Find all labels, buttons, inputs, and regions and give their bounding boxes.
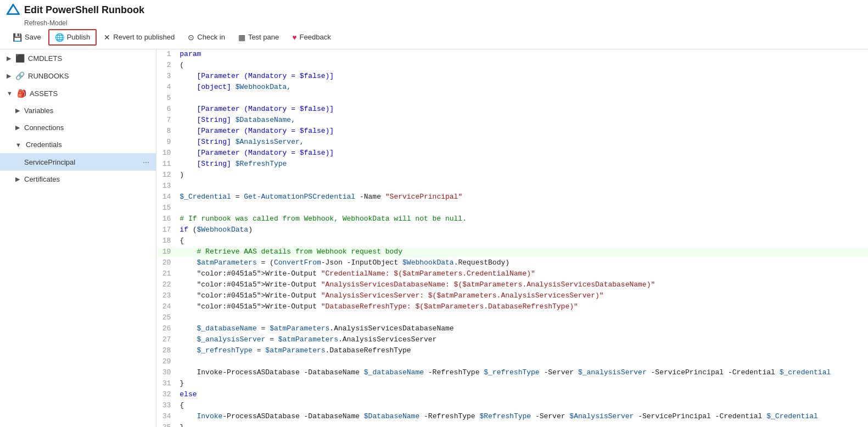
code-line-25: 25 <box>156 313 868 324</box>
line-number: 12 <box>156 170 180 181</box>
publish-icon: 🌐 <box>55 33 64 42</box>
line-number: 5 <box>156 93 180 104</box>
publish-label: Publish <box>67 33 91 41</box>
line-code: "color:#0451a5">Write-Output "AnalysisSe… <box>180 280 868 291</box>
checkin-icon: ⊙ <box>188 33 194 42</box>
code-line-13: 13 <box>156 181 868 192</box>
line-code: "color:#0451a5">Write-Output "AnalysisSe… <box>180 291 868 302</box>
main-layout: ▶ ⬛ CMDLETS ▶ 🔗 RUNBOOKS ▼ 🎒 ASSETS ▶ Va… <box>0 49 868 427</box>
feedback-button[interactable]: ♥ Feedback <box>286 30 337 45</box>
line-code: $_refreshType = $atmParameters.DatabaseR… <box>180 346 868 357</box>
sidebar-item-variables[interactable]: ▶ Variables <box>0 102 156 119</box>
code-line-14: 14 $_Credential = Get-AutomationPSCreden… <box>156 192 868 203</box>
line-number: 27 <box>156 335 180 346</box>
save-label: Save <box>25 33 41 41</box>
line-number: 35 <box>156 423 180 427</box>
revert-label: Revert to published <box>113 33 175 41</box>
code-line-24: 24 "color:#0451a5">Write-Output "Databas… <box>156 302 868 313</box>
line-code: [Parameter (Mandatory = $false)] <box>180 126 868 137</box>
line-number: 34 <box>156 412 180 423</box>
runbooks-icon: 🔗 <box>15 71 25 80</box>
line-number: 11 <box>156 159 180 170</box>
line-number: 7 <box>156 115 180 126</box>
runbooks-label: RUNBOOKS <box>28 72 69 80</box>
code-line-29: 29 <box>156 357 868 368</box>
checkin-label: Check in <box>197 33 225 41</box>
code-line-5: 5 <box>156 93 868 104</box>
line-number: 21 <box>156 269 180 280</box>
save-icon: 💾 <box>13 33 22 42</box>
certificates-label: Certificates <box>24 175 60 183</box>
line-number: 25 <box>156 313 180 324</box>
code-line-32: 32 else <box>156 390 868 401</box>
code-line-34: 34 Invoke-ProcessASDatabase -DatabaseNam… <box>156 412 868 423</box>
feedback-icon: ♥ <box>292 33 296 42</box>
svg-line-1 <box>7 4 13 14</box>
toolbar: 💾 Save 🌐 Publish ✕ Revert to published ⊙… <box>7 29 861 46</box>
publish-button[interactable]: 🌐 Publish <box>48 29 97 46</box>
code-line-2: 2 ( <box>156 60 868 71</box>
line-code: "color:#0451a5">Write-Output "DatabaseRe… <box>180 302 868 313</box>
line-number: 24 <box>156 302 180 313</box>
line-code: param <box>180 49 868 60</box>
sidebar-item-connections[interactable]: ▶ Connections <box>0 119 156 136</box>
testpane-button[interactable]: ▦ Test pane <box>232 30 285 45</box>
code-line-19: 19 # Retrieve AAS details from Webhook r… <box>156 247 868 258</box>
line-number: 30 <box>156 368 180 379</box>
checkin-button[interactable]: ⊙ Check in <box>182 30 231 45</box>
code-line-26: 26 $_databaseName = $atmParameters.Analy… <box>156 324 868 335</box>
line-code <box>180 181 868 192</box>
line-code: # If runbook was called from Webhook, We… <box>180 214 868 225</box>
sidebar-item-cmdlets[interactable]: ▶ ⬛ CMDLETS <box>0 49 156 67</box>
svg-marker-0 <box>7 4 19 14</box>
line-code: { <box>180 401 868 412</box>
code-line-15: 15 <box>156 203 868 214</box>
sidebar-item-assets[interactable]: ▼ 🎒 ASSETS <box>0 85 156 102</box>
line-code: [Parameter (Mandatory = $false)] <box>180 71 868 82</box>
credentials-label: Credentials <box>26 141 62 149</box>
code-line-7: 7 [String] $DatabaseName, <box>156 115 868 126</box>
code-line-33: 33 { <box>156 401 868 412</box>
code-line-17: 17 if ($WebhookData) <box>156 225 868 236</box>
line-code <box>180 313 868 324</box>
line-code: # Retrieve AAS details from Webhook requ… <box>180 247 868 258</box>
line-code <box>180 93 868 104</box>
revert-button[interactable]: ✕ Revert to published <box>98 30 181 45</box>
line-number: 15 <box>156 203 180 214</box>
line-number: 16 <box>156 214 180 225</box>
line-code: if ($WebhookData) <box>180 225 868 236</box>
code-line-10: 10 [Parameter (Mandatory = $false)] <box>156 148 868 159</box>
sidebar-item-serviceprincipal[interactable]: ServicePrincipal ··· <box>0 153 156 171</box>
revert-icon: ✕ <box>104 33 110 42</box>
sidebar-item-certificates[interactable]: ▶ Certificates <box>0 171 156 188</box>
line-code: [String] $DatabaseName, <box>180 115 868 126</box>
azure-icon <box>7 4 20 17</box>
code-area[interactable]: 1 param 2 ( 3 [Parameter (Mandatory = $f… <box>156 49 868 427</box>
code-line-4: 4 [object] $WebhookData, <box>156 82 868 93</box>
sidebar-item-runbooks[interactable]: ▶ 🔗 RUNBOOKS <box>0 67 156 85</box>
line-number: 19 <box>156 247 180 258</box>
cmdlets-label: CMDLETS <box>28 54 62 63</box>
testpane-icon: ▦ <box>238 33 245 42</box>
code-line-22: 22 "color:#0451a5">Write-Output "Analysi… <box>156 280 868 291</box>
title-row: Edit PowerShell Runbook <box>7 4 861 17</box>
line-code <box>180 203 868 214</box>
assets-label: ASSETS <box>30 89 58 98</box>
line-number: 29 <box>156 357 180 368</box>
line-code: [Parameter (Mandatory = $false)] <box>180 148 868 159</box>
serviceprincipal-more-button[interactable]: ··· <box>143 158 149 166</box>
line-code: [Parameter (Mandatory = $false)] <box>180 104 868 115</box>
save-button[interactable]: 💾 Save <box>7 30 47 45</box>
line-code: } <box>180 379 868 390</box>
sidebar-item-credentials[interactable]: ▼ Credentials <box>0 136 156 153</box>
code-line-9: 9 [String] $AnalysisServer, <box>156 137 868 148</box>
caret-connections: ▶ <box>15 124 20 131</box>
code-line-6: 6 [Parameter (Mandatory = $false)] <box>156 104 868 115</box>
line-code: [String] $RefreshType <box>180 159 868 170</box>
code-line-12: 12 ) <box>156 170 868 181</box>
caret-variables: ▶ <box>15 107 20 114</box>
code-line-21: 21 "color:#0451a5">Write-Output "Credent… <box>156 269 868 280</box>
line-number: 32 <box>156 390 180 401</box>
assets-icon: 🎒 <box>17 89 26 98</box>
subtitle: Refresh-Model <box>24 19 861 27</box>
